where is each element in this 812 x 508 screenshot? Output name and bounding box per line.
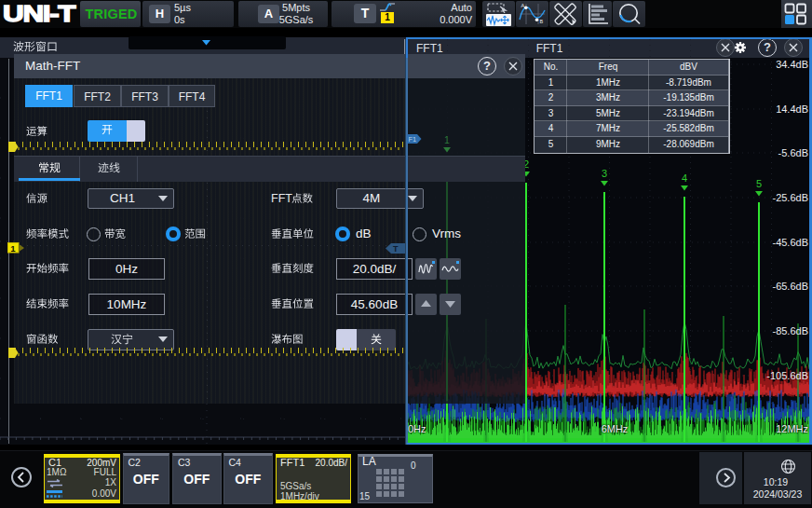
svg-text:1: 1 bbox=[10, 243, 16, 254]
svg-text:B: B bbox=[540, 19, 544, 24]
svg-text:T: T bbox=[393, 244, 399, 254]
svg-text:A: A bbox=[521, 3, 525, 8]
svg-text:F1: F1 bbox=[409, 135, 417, 144]
